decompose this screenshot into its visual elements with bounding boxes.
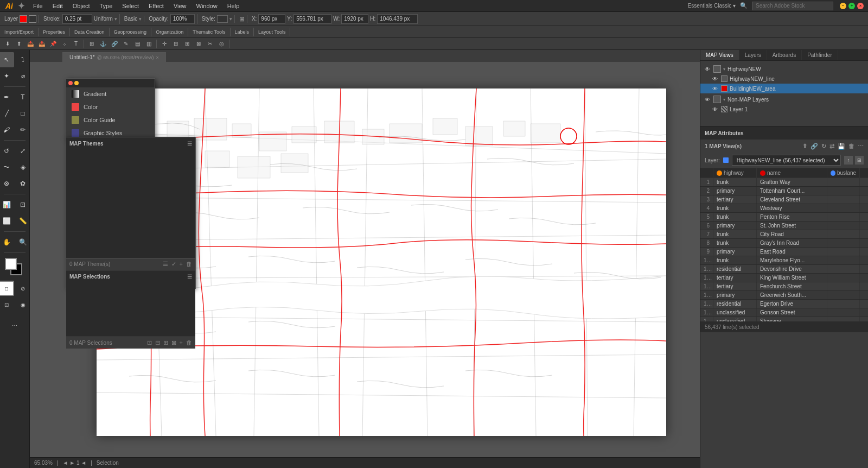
buffer-icon[interactable]: ◎ (216, 39, 227, 49)
export-icon[interactable]: ⬆ (14, 39, 24, 49)
lasso-tool[interactable]: ⌀ (15, 68, 30, 84)
sym-tool[interactable]: ✿ (15, 176, 30, 191)
table-row[interactable]: 3 tertiary Cleveland Street (700, 195, 868, 204)
themes-check-icon[interactable]: ✓ (171, 261, 176, 268)
layer-group-nonmap-header[interactable]: 👁 ▾ Non-MAP Layers (700, 94, 868, 104)
layer-dd-icon1[interactable]: ↑ (844, 156, 853, 165)
menu-window[interactable]: Window (192, 2, 222, 10)
highway-visibility[interactable]: 👁 (704, 65, 711, 73)
slice-tool[interactable]: ⊡ (15, 197, 30, 212)
menu-effect[interactable]: Effect (144, 2, 168, 10)
table-row[interactable]: 14 primary Greenwich South... (700, 291, 868, 300)
panel-min-btn[interactable] (74, 81, 79, 85)
tab-artboards[interactable]: Artboards (767, 50, 802, 60)
selection-tool[interactable]: ↖ (0, 52, 14, 67)
sel-delete-icon[interactable]: 🗑 (186, 339, 192, 346)
x-input[interactable] (258, 14, 285, 24)
menu-view[interactable]: View (169, 2, 191, 10)
type-tool[interactable]: T (15, 90, 30, 105)
sync-icon[interactable]: ⇄ (829, 143, 834, 150)
w-input[interactable] (341, 14, 368, 24)
canvas-tab[interactable]: Untitled-1* @ 65.03% (RGB/Preview) × (62, 52, 166, 62)
table-row[interactable]: 16 unclassified Gonson Street (700, 308, 868, 317)
color-guide-item[interactable]: Color Guide (66, 113, 155, 127)
save2-icon[interactable]: 💾 (838, 143, 845, 150)
warp-tool[interactable]: 〜 (0, 160, 14, 175)
table-row[interactable]: 9 primary East Road (700, 248, 868, 256)
export2-icon[interactable]: 📤 (36, 39, 47, 49)
none-icon[interactable]: ⊘ (15, 281, 30, 296)
menu-file[interactable]: File (29, 2, 47, 10)
gradient-item[interactable]: Gradient (66, 87, 155, 100)
table-row[interactable]: 15 residential Egerton Drive (700, 300, 868, 308)
map-selections-menu-icon[interactable]: ☰ (187, 274, 192, 280)
artboard-tool[interactable]: ⬜ (0, 213, 14, 229)
table-row[interactable]: 13 tertiary Fenchurch Street (700, 282, 868, 291)
layer-fill-swatch[interactable] (29, 15, 36, 23)
table-row[interactable]: 11 residential Devonshire Drive (700, 265, 868, 274)
themes-delete-icon[interactable]: 🗑 (186, 261, 192, 268)
col-header-name[interactable]: name (757, 168, 827, 178)
scale-tool[interactable]: ⤢ (15, 143, 30, 159)
text-icon[interactable]: T (71, 39, 81, 49)
link-icon[interactable]: 🔗 (109, 39, 120, 49)
view-mode-btn[interactable]: ◉ (15, 297, 30, 312)
stroke-input[interactable] (62, 14, 92, 24)
color-item[interactable]: Color (66, 100, 155, 113)
layer-dropdown[interactable]: HighwayNEW_line (56,437 selected) (732, 155, 841, 166)
table-row[interactable]: 5 trunk Penton Rise (700, 213, 868, 222)
tab-pathfinder[interactable]: Pathfinder (802, 50, 838, 60)
grid-icon[interactable]: ⊞ (86, 39, 97, 49)
sel-add-icon[interactable]: + (180, 339, 183, 346)
pen-tool[interactable]: ✒ (0, 90, 14, 105)
tab-map-views[interactable]: MAP Views (700, 50, 739, 60)
table-row[interactable]: 1 trunk Grafton Way (700, 178, 868, 187)
layer-highway-line[interactable]: 👁 HighwayNEW_line (700, 74, 868, 84)
minimize-button[interactable]: − (840, 3, 846, 9)
sel-icon1[interactable]: ⊡ (147, 339, 152, 346)
maximize-button[interactable]: + (848, 3, 855, 9)
import-icon[interactable]: ⬇ (2, 39, 13, 49)
themes-list-icon[interactable]: ☰ (163, 261, 168, 268)
building-area-visibility[interactable]: 👁 (711, 85, 719, 92)
layer-building-area[interactable]: 👁 BuildingNEW_area (700, 84, 868, 93)
col-header-highway[interactable]: highway (713, 168, 757, 178)
layer-color-swatch[interactable] (20, 15, 27, 23)
table-row[interactable]: 2 primary Tottenham Court... (700, 187, 868, 195)
import2-icon[interactable]: 📥 (25, 39, 36, 49)
table-row[interactable]: 6 primary St. John Street (700, 222, 868, 230)
blend-tool[interactable]: ⊗ (0, 176, 14, 191)
magic-wand-tool[interactable]: ✦ (0, 68, 14, 84)
chart-tool[interactable]: 📊 (0, 197, 14, 212)
sel-icon3[interactable]: ⊞ (163, 339, 168, 346)
search-input[interactable] (752, 2, 833, 10)
map-selections-header[interactable]: MAP Selections ☰ (66, 270, 195, 282)
paint-brush-tool[interactable]: 🖌 (0, 122, 14, 137)
line-tool[interactable]: ╱ (0, 106, 14, 121)
direct-selection-tool[interactable]: ⤵ (15, 52, 30, 67)
foreground-color[interactable] (5, 258, 17, 270)
y-input[interactable] (293, 14, 331, 24)
columns-icon[interactable]: ▥ (143, 39, 154, 49)
tab-layers[interactable]: Layers (739, 50, 767, 60)
fill-icon[interactable]: □ (0, 281, 14, 296)
zoom-tool[interactable]: 🔍 (15, 235, 30, 250)
split-icon[interactable]: ⊟ (170, 39, 181, 49)
highway-line-visibility[interactable]: 👁 (711, 75, 719, 83)
layer1-visibility[interactable]: 👁 (711, 105, 719, 113)
layer-dd-icon2[interactable]: ⊞ (855, 156, 864, 165)
panel-small-titlebar[interactable] (66, 79, 155, 87)
hand-tool[interactable]: ✋ (0, 235, 14, 250)
move-icon[interactable]: ✛ (159, 39, 170, 49)
table-row[interactable]: 7 trunk City Road (700, 230, 868, 239)
table-row[interactable]: 4 trunk Westway (700, 204, 868, 213)
canvas-wrapper[interactable]: Gradient Color Color Guide Graphic Style… (30, 62, 700, 457)
edit-icon[interactable]: ✎ (120, 39, 131, 49)
clip-icon[interactable]: ✂ (205, 39, 215, 49)
menu-select[interactable]: Select (118, 2, 143, 10)
intersect-icon[interactable]: ⊠ (193, 39, 204, 49)
layer-group-highway-header[interactable]: 👁 ▾ HighwayNEW (700, 64, 868, 74)
menu-edit[interactable]: Edit (48, 2, 67, 10)
table-row[interactable]: 10 trunk Marylebone Flyo... (700, 256, 868, 265)
table-row[interactable]: 17 unclassified Stowage (700, 317, 868, 321)
